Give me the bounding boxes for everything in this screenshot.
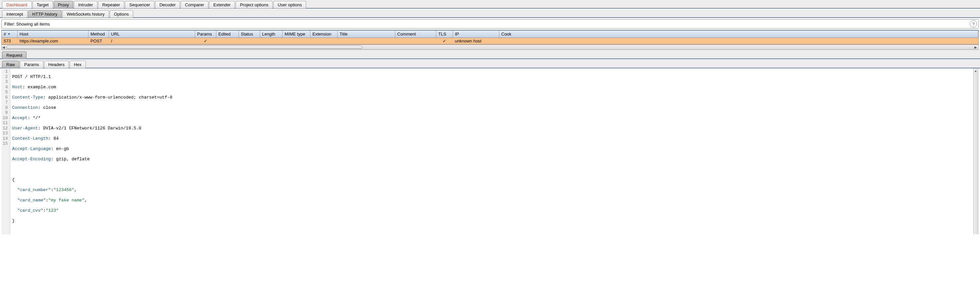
tab-user-options[interactable]: User options bbox=[273, 1, 306, 8]
tab-options[interactable]: Options bbox=[110, 10, 133, 18]
tab-repeater[interactable]: Repeater bbox=[98, 1, 124, 8]
col-params[interactable]: Params bbox=[195, 30, 216, 37]
tab-intruder[interactable]: Intruder bbox=[74, 1, 97, 8]
tab-websockets-history[interactable]: WebSockets history bbox=[62, 10, 109, 18]
tab-hex[interactable]: Hex bbox=[70, 61, 86, 68]
cell-cook bbox=[499, 38, 978, 44]
col-title[interactable]: Title bbox=[337, 30, 395, 37]
tab-proxy[interactable]: Proxy bbox=[54, 1, 73, 8]
main-tab-row: Dashboard Target Proxy Intruder Repeater… bbox=[0, 0, 980, 9]
help-icon[interactable]: ? bbox=[970, 20, 977, 27]
view-tab-row: Raw Params Headers Hex bbox=[0, 59, 980, 68]
col-method[interactable]: Method bbox=[89, 30, 109, 37]
cell-comment bbox=[395, 38, 436, 44]
h-scrollbar[interactable]: ◀ ▶ bbox=[1, 45, 979, 50]
cell-url: / bbox=[109, 38, 195, 44]
cell-tls: ✓ bbox=[436, 38, 453, 44]
cell-num: 573 bbox=[2, 38, 18, 44]
cell-ext bbox=[310, 38, 337, 44]
tab-extender[interactable]: Extender bbox=[209, 1, 235, 8]
col-cook[interactable]: Cook bbox=[499, 30, 978, 37]
cell-edited bbox=[216, 38, 239, 44]
scroll-left-icon[interactable]: ◀ bbox=[2, 45, 5, 49]
col-mime[interactable]: MIME type bbox=[283, 30, 310, 37]
col-edited[interactable]: Edited bbox=[216, 30, 239, 37]
col-url[interactable]: URL bbox=[109, 30, 195, 37]
tab-project-options[interactable]: Project options bbox=[235, 1, 273, 8]
col-ip[interactable]: IP bbox=[453, 30, 499, 37]
col-num[interactable]: #▼ bbox=[2, 30, 18, 37]
cell-length bbox=[260, 38, 283, 44]
cell-status bbox=[239, 38, 260, 44]
tab-intercept[interactable]: Intercept bbox=[2, 10, 27, 18]
raw-request-editor[interactable]: 123456789101112131415 POST / HTTP/1.1 Ho… bbox=[1, 68, 979, 234]
col-length[interactable]: Length bbox=[260, 30, 283, 37]
sort-arrow-icon: ▼ bbox=[7, 32, 11, 36]
tab-comparer[interactable]: Comparer bbox=[181, 1, 208, 8]
filter-text: Filter: Showing all items bbox=[2, 20, 969, 28]
scroll-right-icon[interactable]: ▶ bbox=[974, 45, 977, 49]
code-content[interactable]: POST / HTTP/1.1 Host: example.com Conten… bbox=[10, 68, 974, 234]
cell-title bbox=[337, 38, 395, 44]
filter-bar[interactable]: Filter: Showing all items ? bbox=[1, 19, 979, 29]
cell-host: https://example.com bbox=[18, 38, 89, 44]
v-scrollbar[interactable]: ▲ bbox=[974, 68, 979, 234]
tab-headers[interactable]: Headers bbox=[44, 61, 69, 68]
tab-params[interactable]: Params bbox=[20, 61, 43, 68]
cell-method: POST bbox=[89, 38, 109, 44]
scroll-up-icon[interactable]: ▲ bbox=[975, 69, 976, 74]
col-tls[interactable]: TLS bbox=[436, 30, 453, 37]
col-comment[interactable]: Comment bbox=[395, 30, 436, 37]
col-ext[interactable]: Extension bbox=[310, 30, 337, 37]
tab-dashboard[interactable]: Dashboard bbox=[2, 1, 32, 8]
tab-request[interactable]: Request bbox=[2, 51, 27, 59]
col-host[interactable]: Host bbox=[18, 30, 89, 37]
history-table: #▼ Host Method URL Params Edited Status … bbox=[1, 30, 979, 45]
col-status[interactable]: Status bbox=[239, 30, 260, 37]
line-gutter: 123456789101112131415 bbox=[1, 68, 10, 234]
cell-mime bbox=[283, 38, 310, 44]
table-row[interactable]: 573 https://example.com POST / ✓ ✓ unkno… bbox=[2, 38, 978, 44]
cell-params: ✓ bbox=[195, 38, 216, 44]
scroll-thumb[interactable] bbox=[6, 45, 363, 49]
tab-decoder[interactable]: Decoder bbox=[155, 1, 180, 8]
tab-target[interactable]: Target bbox=[32, 1, 53, 8]
tab-http-history[interactable]: HTTP history bbox=[28, 10, 62, 18]
proxy-sub-tab-row: Intercept HTTP history WebSockets histor… bbox=[0, 9, 980, 18]
request-tab-row: Request bbox=[0, 50, 980, 59]
tab-raw[interactable]: Raw bbox=[2, 61, 19, 68]
cell-ip: unknown host bbox=[453, 38, 499, 44]
tab-sequencer[interactable]: Sequencer bbox=[125, 1, 154, 8]
table-header: #▼ Host Method URL Params Edited Status … bbox=[2, 30, 978, 38]
